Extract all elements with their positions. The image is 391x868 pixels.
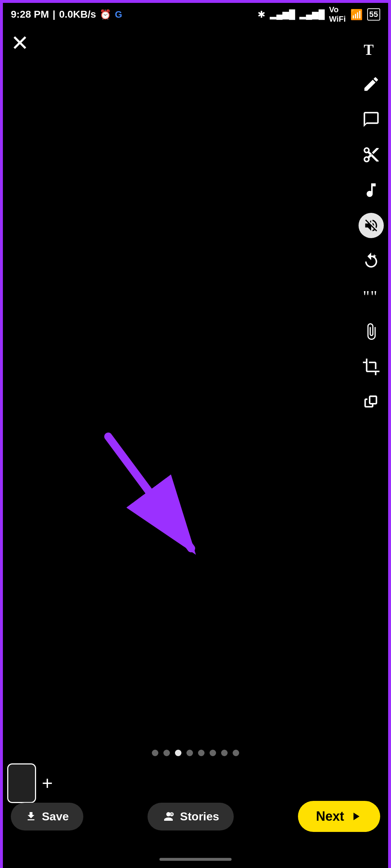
close-button[interactable]: ✕: [11, 32, 29, 54]
dot-1[interactable]: [152, 750, 158, 756]
quote-icon[interactable]: " ": [359, 284, 384, 309]
arrow-annotation: [87, 426, 209, 563]
svg-text:": ": [370, 288, 377, 305]
right-toolbar: T ★: [359, 29, 384, 415]
status-right: ✱ ▂▄▆█ ▂▄▆█ VoWiFi 📶 55: [258, 5, 380, 24]
signal2-icon: ▂▄▆█: [299, 9, 325, 19]
stories-icon: +: [162, 810, 175, 823]
dot-2[interactable]: [163, 750, 170, 756]
save-label: Save: [42, 810, 69, 823]
text-icon[interactable]: T: [359, 36, 384, 61]
status-bar: 9:28 PM | 0.0KB/s ⏰ G ✱ ▂▄▆█ ▂▄▆█ VoWiFi…: [0, 0, 391, 29]
status-left: 9:28 PM | 0.0KB/s ⏰ G: [11, 9, 122, 20]
add-media-button[interactable]: +: [42, 774, 53, 793]
save-button[interactable]: Save: [11, 803, 83, 830]
dot-7[interactable]: [221, 750, 228, 756]
bottom-left-area: +: [7, 763, 53, 803]
dot-6[interactable]: [210, 750, 216, 756]
save-icon: [25, 811, 37, 822]
remix-icon[interactable]: [359, 390, 384, 415]
media-thumbnail[interactable]: [7, 763, 36, 803]
wifi-icon: 📶: [350, 9, 363, 21]
music-icon[interactable]: [359, 177, 384, 203]
dot-4[interactable]: [186, 750, 193, 756]
page-dots: [0, 750, 391, 756]
stories-label: Stories: [180, 810, 219, 823]
alarm-icon: ⏰: [100, 9, 111, 20]
timer-star-icon[interactable]: ★: [359, 248, 384, 273]
dot-5[interactable]: [198, 750, 205, 756]
crop-icon[interactable]: [359, 354, 384, 380]
next-label: Next: [316, 809, 344, 824]
bottom-action-bar: Save + Stories Next: [0, 801, 391, 832]
mute-icon[interactable]: [359, 213, 384, 238]
svg-text:+: +: [171, 814, 172, 817]
dot-3[interactable]: [175, 750, 181, 756]
svg-text:T: T: [364, 41, 374, 58]
data-speed: |: [53, 9, 56, 20]
battery-level: 55: [369, 10, 378, 19]
next-button[interactable]: Next: [298, 801, 380, 832]
signal-icon: ▂▄▆█: [270, 9, 295, 19]
sticker-icon[interactable]: [359, 107, 384, 132]
screen-border-top: [0, 0, 391, 3]
stories-button[interactable]: + Stories: [148, 803, 233, 830]
screen-border-right: [388, 0, 391, 868]
bluetooth-icon: ✱: [258, 9, 265, 20]
scissors-icon[interactable]: [359, 142, 384, 167]
screen-border-left: [0, 0, 3, 868]
vo-wifi-label: VoWiFi: [329, 5, 346, 24]
svg-text:": ": [363, 288, 370, 305]
google-icon: G: [115, 9, 122, 20]
svg-line-5: [108, 437, 191, 548]
battery-icon: 55: [367, 8, 380, 21]
time: 9:28 PM: [11, 9, 49, 20]
home-indicator: [159, 858, 232, 861]
dot-8[interactable]: [233, 750, 239, 756]
pen-icon[interactable]: [359, 71, 384, 97]
svg-text:★: ★: [372, 253, 377, 259]
link-icon[interactable]: [359, 319, 384, 344]
data-rate: 0.0KB/s: [59, 9, 96, 20]
next-arrow-icon: [349, 810, 362, 823]
